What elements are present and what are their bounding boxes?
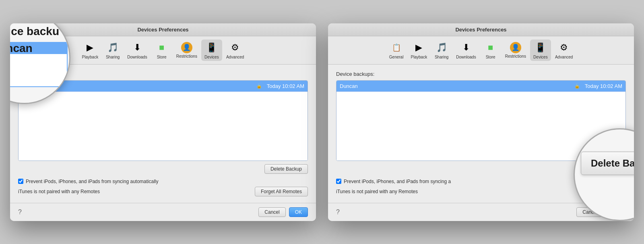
right-sharing-icon: 🎵	[435, 41, 448, 54]
right-toolbar-playback[interactable]: ▶ Playback	[408, 40, 431, 61]
right-toolbar-general[interactable]: 📋 General	[386, 40, 407, 61]
right-dialog: Devices Preferences 📋 General ▶ Playback…	[328, 23, 634, 221]
right-toolbar-sharing[interactable]: 🎵 Sharing	[431, 40, 452, 61]
backup-actions: Delete Backup	[18, 164, 308, 174]
toolbar-playback[interactable]: ▶ Playback	[79, 40, 102, 61]
toolbar-store-label: Store	[157, 55, 167, 59]
ok-button[interactable]: OK	[289, 207, 308, 217]
general-icon: 📋	[390, 41, 403, 54]
right-sync-checkbox[interactable]	[336, 179, 341, 184]
right-remotes-text: iTunes is not paired with any Remotes	[336, 189, 418, 194]
sync-checkbox[interactable]	[18, 179, 23, 184]
sync-checkbox-label: Prevent iPods, iPhones, and iPads from s…	[26, 179, 159, 184]
right-toolbar-general-label: General	[389, 55, 404, 59]
toolbar-restrictions-label: Restrictions	[176, 54, 197, 58]
toolbar-advanced[interactable]: ⚙ Advanced	[223, 40, 247, 61]
toolbar-devices[interactable]: 📱 Devices	[201, 40, 222, 61]
toolbar-store[interactable]: ■ Store	[151, 40, 172, 61]
right-toolbar-restrictions[interactable]: 👤 Restrictions	[502, 40, 529, 60]
right-toolbar-restrictions-label: Restrictions	[505, 54, 526, 58]
right-store-icon: ■	[484, 41, 497, 54]
right-backup-row-duncan[interactable]: Duncan 🔒 Today 10:02 AM	[336, 81, 625, 92]
downloads-icon: ⬇	[131, 41, 144, 54]
right-toolbar-downloads-label: Downloads	[456, 55, 476, 59]
toolbar-downloads[interactable]: ⬇ Downloads	[124, 40, 150, 61]
right-advanced-icon: ⚙	[557, 41, 570, 54]
right-backup-name: Duncan	[336, 83, 573, 89]
playback-icon: ▶	[84, 41, 97, 54]
toolbar-advanced-label: Advanced	[226, 55, 244, 59]
right-section-title: Device backups:	[336, 71, 626, 77]
right-toolbar-sharing-label: Sharing	[435, 55, 448, 59]
zoom-backup-name: Duncan	[10, 42, 64, 55]
right-toolbar: 📋 General ▶ Playback 🎵 Sharing ⬇ Downloa…	[328, 36, 634, 65]
cancel-button[interactable]: Cancel	[258, 207, 285, 217]
backup-empty-area	[19, 92, 308, 161]
toolbar-sharing-label: Sharing	[106, 55, 120, 59]
left-dialog: Device backu Duncan Devices Preferences …	[10, 23, 316, 221]
zoom-title-text: Device backu	[10, 25, 68, 38]
right-sync-checkbox-label: Prevent iPods, iPhones, and iPads from s…	[344, 179, 451, 184]
toolbar-devices-label: Devices	[204, 55, 219, 59]
toolbar-restrictions[interactable]: 👤 Restrictions	[173, 40, 200, 60]
right-downloads-icon: ⬇	[460, 41, 473, 54]
right-backup-date: Today 10:02 AM	[582, 83, 625, 89]
right-toolbar-advanced[interactable]: ⚙ Advanced	[552, 40, 576, 61]
right-lock-icon: 🔒	[573, 83, 582, 89]
help-icon[interactable]: ?	[18, 209, 22, 216]
right-devices-icon: 📱	[534, 41, 547, 54]
toolbar-downloads-label: Downloads	[127, 55, 147, 59]
right-toolbar-devices-label: Devices	[533, 55, 548, 59]
footer-buttons: Cancel OK	[258, 207, 308, 217]
right-toolbar-playback-label: Playback	[411, 55, 427, 59]
remotes-info-row: iTunes is not paired with any Remotes Fo…	[18, 187, 308, 196]
sharing-icon: 🎵	[106, 41, 119, 54]
remotes-text: iTunes is not paired with any Remotes	[18, 189, 100, 194]
right-help-icon[interactable]: ?	[336, 209, 340, 216]
left-backup-table[interactable]: Duncan 🔒 Today 10:02 AM	[18, 80, 308, 161]
zoom-delete-backup-btn[interactable]: Delete Backup	[581, 152, 634, 175]
right-restrictions-icon: 👤	[510, 42, 521, 53]
left-dialog-footer: ? Cancel OK	[10, 203, 316, 221]
right-dialog-title: Devices Preferences	[328, 23, 634, 36]
toolbar-playback-label: Playback	[82, 55, 99, 59]
store-icon: ■	[155, 41, 168, 54]
lock-icon: 🔒	[255, 83, 264, 89]
right-toolbar-devices[interactable]: 📱 Devices	[530, 40, 551, 61]
right-toolbar-store-label: Store	[486, 55, 495, 59]
right-playback-icon: ▶	[413, 41, 425, 54]
right-toolbar-store[interactable]: ■ Store	[480, 40, 501, 61]
right-toolbar-advanced-label: Advanced	[555, 55, 573, 59]
advanced-icon: ⚙	[229, 41, 242, 54]
devices-icon: 📱	[205, 41, 218, 54]
sync-checkbox-row: Prevent iPods, iPhones, and iPads from s…	[18, 179, 308, 184]
restrictions-icon: 👤	[181, 42, 192, 53]
right-toolbar-downloads[interactable]: ⬇ Downloads	[453, 40, 479, 61]
delete-backup-button[interactable]: Delete Backup	[264, 164, 308, 174]
toolbar-sharing[interactable]: 🎵 Sharing	[102, 40, 123, 61]
backup-date: Today 10:02 AM	[264, 83, 308, 89]
forget-all-remotes-button[interactable]: Forget All Remotes	[255, 187, 308, 196]
